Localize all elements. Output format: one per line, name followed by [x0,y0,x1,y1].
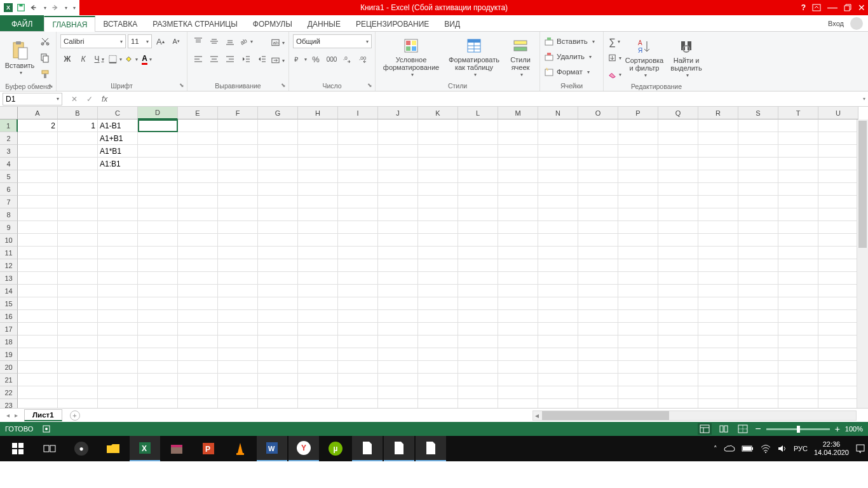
fill-button[interactable]: ▾ [607,51,621,65]
format-as-table-button[interactable]: Форматировать как таблицу▾ [445,37,503,78]
cell-I12[interactable] [338,259,378,272]
cell-T14[interactable] [778,285,818,297]
align-left-icon[interactable] [191,52,205,66]
cell-T6[interactable] [778,183,818,196]
cell-G5[interactable] [258,170,298,183]
cell-E17[interactable] [178,323,218,336]
cell-U4[interactable] [818,158,858,170]
col-header-K[interactable]: K [418,107,458,119]
cell-H20[interactable] [298,361,338,374]
cell-I13[interactable] [338,272,378,285]
cell-I18[interactable] [338,336,378,348]
cell-T12[interactable] [778,259,818,272]
row-header-23[interactable]: 23 [0,399,18,408]
cell-F15[interactable] [218,297,258,310]
cell-E15[interactable] [178,297,218,310]
cell-I9[interactable] [338,221,378,234]
cell-I6[interactable] [338,183,378,196]
vertical-scrollbar[interactable] [857,119,868,408]
cell-K8[interactable] [418,208,458,221]
taskbar-app-excel[interactable]: X [130,436,160,461]
col-header-O[interactable]: O [578,107,618,119]
cell-P2[interactable] [618,132,658,145]
align-right-icon[interactable] [223,52,237,66]
cell-G23[interactable] [258,399,298,408]
cell-Q18[interactable] [658,336,698,348]
cell-E14[interactable] [178,285,218,297]
cell-A21[interactable] [18,374,58,386]
cell-H9[interactable] [298,221,338,234]
row-header-2[interactable]: 2 [0,132,18,145]
row-header-1[interactable]: 1 [0,119,18,132]
align-top-icon[interactable] [191,34,205,48]
cell-I16[interactable] [338,310,378,323]
avatar-icon[interactable] [850,17,863,30]
cell-A3[interactable] [18,145,58,158]
cell-T16[interactable] [778,310,818,323]
cell-N5[interactable] [538,170,578,183]
cell-H8[interactable] [298,208,338,221]
task-view-icon[interactable] [34,436,65,461]
tab-data[interactable]: ДАННЫЕ [300,15,348,31]
cell-E12[interactable] [178,259,218,272]
cell-T21[interactable] [778,374,818,386]
cell-O10[interactable] [578,234,618,247]
cell-A13[interactable] [18,272,58,285]
cell-T10[interactable] [778,234,818,247]
cell-U15[interactable] [818,297,858,310]
cell-F17[interactable] [218,323,258,336]
cell-K21[interactable] [418,374,458,386]
cell-U2[interactable] [818,132,858,145]
cell-U6[interactable] [818,183,858,196]
cell-F20[interactable] [218,361,258,374]
cell-A5[interactable] [18,170,58,183]
cell-J3[interactable] [378,145,418,158]
cell-Q14[interactable] [658,285,698,297]
cell-I19[interactable] [338,348,378,361]
taskbar-app-utorrent[interactable]: µ [320,436,351,461]
cell-J15[interactable] [378,297,418,310]
cell-L22[interactable] [458,386,498,399]
cell-U9[interactable] [818,221,858,234]
cell-D13[interactable] [138,272,178,285]
cell-H23[interactable] [298,399,338,408]
cell-U23[interactable] [818,399,858,408]
cell-U18[interactable] [818,336,858,348]
cell-T11[interactable] [778,247,818,259]
taskbar-app-doc3[interactable] [416,436,446,461]
close-icon[interactable]: ✕ [858,3,865,13]
col-header-I[interactable]: I [338,107,378,119]
cell-S16[interactable] [738,310,778,323]
wrap-text-button[interactable]: ab▾ [271,36,285,50]
cell-H2[interactable] [298,132,338,145]
tab-insert[interactable]: ВСТАВКА [95,15,145,31]
format-painter-button[interactable] [38,67,52,81]
cell-J13[interactable] [378,272,418,285]
cell-S23[interactable] [738,399,778,408]
cell-F6[interactable] [218,183,258,196]
cell-B16[interactable] [58,310,98,323]
cell-C11[interactable] [98,247,138,259]
fx-icon[interactable]: fx [102,95,107,104]
cell-C7[interactable] [98,196,138,208]
cell-K13[interactable] [418,272,458,285]
cell-G7[interactable] [258,196,298,208]
cell-A15[interactable] [18,297,58,310]
cell-I20[interactable] [338,361,378,374]
cell-L6[interactable] [458,183,498,196]
cell-K17[interactable] [418,323,458,336]
cell-D2[interactable] [138,132,178,145]
cell-R9[interactable] [698,221,738,234]
cell-S3[interactable] [738,145,778,158]
cell-G17[interactable] [258,323,298,336]
cell-K3[interactable] [418,145,458,158]
cell-J5[interactable] [378,170,418,183]
cell-B6[interactable] [58,183,98,196]
cell-E18[interactable] [178,336,218,348]
fill-color-button[interactable]: ▾ [124,52,138,66]
cell-R22[interactable] [698,386,738,399]
cell-U3[interactable] [818,145,858,158]
cell-G22[interactable] [258,386,298,399]
cell-B13[interactable] [58,272,98,285]
cell-C14[interactable] [98,285,138,297]
